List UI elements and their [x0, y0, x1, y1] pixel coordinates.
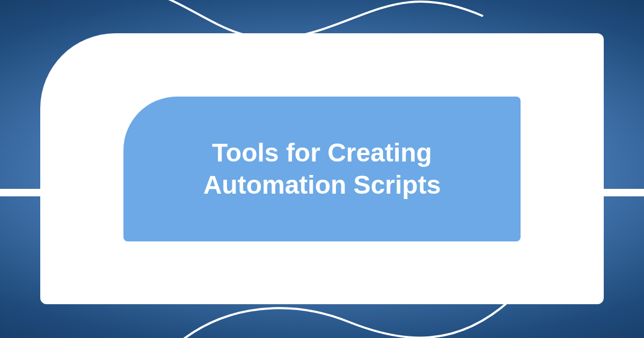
inner-card: Tools for Creating Automation Scripts: [123, 97, 521, 241]
card-title: Tools for Creating Automation Scripts: [145, 137, 499, 201]
